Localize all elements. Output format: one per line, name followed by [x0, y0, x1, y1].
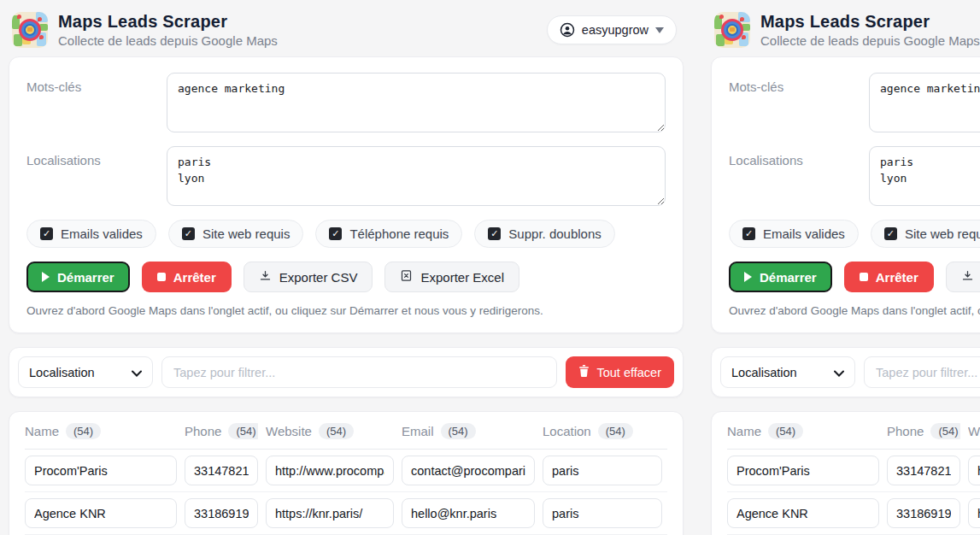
- action-buttons: Démarrer Arrêter Exporter CSV: [729, 262, 980, 292]
- app-logo-map-icon: [714, 12, 750, 48]
- count-badge: (54): [441, 423, 476, 439]
- cell-phone[interactable]: [185, 456, 258, 485]
- excel-file-icon: [400, 269, 413, 285]
- count-badge: (54): [228, 423, 258, 439]
- panel-duplicate: Maps Leads Scraper Collecte de leads dep…: [702, 0, 980, 535]
- table-row: [727, 492, 980, 535]
- count-badge: (54): [768, 423, 803, 439]
- column-label: Location: [543, 424, 591, 438]
- stop-button-label: Arrêter: [876, 270, 918, 285]
- toggle-label: Emails valides: [763, 226, 845, 241]
- cell-website[interactable]: [266, 498, 394, 528]
- filter-toggles: ✓ Emails valides ✓ Site web requis ✓ Tél…: [729, 220, 980, 248]
- cell-name[interactable]: [727, 456, 879, 485]
- start-button-label: Démarrer: [57, 270, 114, 285]
- export-csv-label: Exporter CSV: [279, 270, 358, 285]
- column-header-phone: Phone (54): [185, 423, 258, 439]
- results-table-card: Name (54) Phone (54) Website (54) Email …: [711, 411, 980, 535]
- cell-email[interactable]: [402, 456, 535, 485]
- locations-label: Localisations: [26, 146, 155, 206]
- header-text: Maps Leads Scraper Collecte de leads dep…: [58, 12, 537, 48]
- filter-search-input[interactable]: [864, 356, 980, 388]
- column-header-location: Location (54): [543, 423, 662, 439]
- toggle-website-required[interactable]: ✓ Site web requis: [871, 220, 980, 248]
- toggle-label: Suppr. doublons: [508, 226, 601, 241]
- stop-button[interactable]: Arrêter: [844, 262, 934, 292]
- filter-field-select[interactable]: Localisation: [18, 356, 153, 388]
- stop-button-label: Arrêter: [173, 270, 216, 285]
- cell-phone[interactable]: [887, 456, 960, 485]
- toggle-label: Téléphone requis: [349, 226, 449, 241]
- toggle-remove-duplicates[interactable]: ✓ Suppr. doublons: [474, 220, 614, 248]
- checkbox-checked-icon: ✓: [742, 227, 755, 240]
- toggle-label: Site web requis: [202, 226, 290, 241]
- cell-name[interactable]: [25, 456, 177, 485]
- cell-phone[interactable]: [185, 498, 258, 528]
- help-text: Ouvrez d'abord Google Maps dans l'onglet…: [729, 304, 980, 320]
- cell-phone[interactable]: [887, 498, 960, 528]
- column-label: Website: [968, 424, 980, 438]
- table-row: [727, 450, 980, 492]
- start-button[interactable]: Démarrer: [729, 262, 832, 292]
- column-label: Email: [402, 424, 434, 438]
- export-csv-button[interactable]: Exporter CSV: [946, 262, 980, 292]
- keywords-label: Mots-clés: [26, 73, 155, 132]
- download-icon: [961, 269, 974, 285]
- chevron-down-icon: [132, 366, 142, 379]
- column-label: Phone: [887, 424, 924, 438]
- account-dropdown[interactable]: easyupgrow: [547, 15, 677, 44]
- scrape-form-card: Mots-clés agence marketing Localisations…: [711, 56, 980, 333]
- toggle-valid-emails[interactable]: ✓ Emails valides: [729, 220, 859, 248]
- toggle-valid-emails[interactable]: ✓ Emails valides: [26, 220, 156, 248]
- locations-textarea[interactable]: paris lyon: [167, 146, 666, 206]
- panels-container: Maps Leads Scraper Collecte de leads dep…: [0, 0, 980, 535]
- cell-website[interactable]: [968, 456, 980, 485]
- column-header-email: Email (54): [402, 423, 535, 439]
- keywords-textarea[interactable]: agence marketing: [869, 73, 980, 132]
- cell-website[interactable]: [266, 456, 394, 485]
- clear-all-button[interactable]: Tout effacer: [566, 356, 674, 388]
- keywords-label: Mots-clés: [729, 73, 857, 132]
- page-title: Maps Leads Scraper: [58, 12, 537, 32]
- action-buttons: Démarrer Arrêter Exporter CSV: [26, 262, 666, 292]
- app-header: Maps Leads Scraper Collecte de leads dep…: [9, 7, 684, 56]
- page-subtitle: Collecte de leads depuis Google Maps: [760, 33, 980, 48]
- locations-textarea[interactable]: paris lyon: [869, 146, 980, 206]
- keywords-row: Mots-clés agence marketing: [729, 73, 980, 132]
- scrape-form-card: Mots-clés agence marketing Localisations…: [9, 56, 684, 333]
- column-header-website: Website (54): [968, 423, 980, 439]
- start-button[interactable]: Démarrer: [26, 262, 130, 292]
- start-button-label: Démarrer: [760, 270, 817, 285]
- cell-location[interactable]: [543, 498, 662, 528]
- page-subtitle: Collecte de leads depuis Google Maps: [58, 33, 537, 48]
- keywords-textarea[interactable]: agence marketing: [167, 73, 666, 132]
- export-excel-button[interactable]: Exporter Excel: [384, 262, 519, 292]
- toggle-phone-required[interactable]: ✓ Téléphone requis: [315, 220, 462, 248]
- locations-label: Localisations: [729, 146, 857, 206]
- column-label: Website: [266, 424, 312, 438]
- column-header-website: Website (54): [266, 423, 394, 439]
- column-header-name: Name (54): [727, 423, 879, 439]
- download-icon: [259, 269, 272, 285]
- stop-button[interactable]: Arrêter: [142, 262, 232, 292]
- filter-search-input[interactable]: [161, 356, 557, 388]
- filter-bar-card: Localisation Tout effacer: [711, 347, 980, 397]
- cell-website[interactable]: [968, 498, 980, 528]
- filter-bar-card: Localisation Tout effacer: [9, 347, 684, 397]
- toggle-website-required[interactable]: ✓ Site web requis: [168, 220, 304, 248]
- column-header-name: Name (54): [25, 423, 177, 439]
- account-name: easyupgrow: [582, 23, 648, 37]
- chevron-down-icon: [655, 27, 664, 33]
- stop-icon: [157, 273, 166, 281]
- cell-email[interactable]: [402, 498, 535, 528]
- cell-name[interactable]: [727, 498, 879, 528]
- app-header: Maps Leads Scraper Collecte de leads dep…: [711, 7, 980, 56]
- export-csv-button[interactable]: Exporter CSV: [244, 262, 373, 292]
- stop-icon: [860, 273, 868, 281]
- cell-location[interactable]: [543, 456, 662, 485]
- filter-field-select[interactable]: Localisation: [720, 356, 855, 388]
- filter-toggles: ✓ Emails valides ✓ Site web requis ✓ Tél…: [26, 220, 666, 248]
- column-label: Name: [727, 424, 761, 438]
- table-header-row: Name (54) Phone (54) Website (54) Email …: [25, 412, 667, 450]
- cell-name[interactable]: [25, 498, 177, 528]
